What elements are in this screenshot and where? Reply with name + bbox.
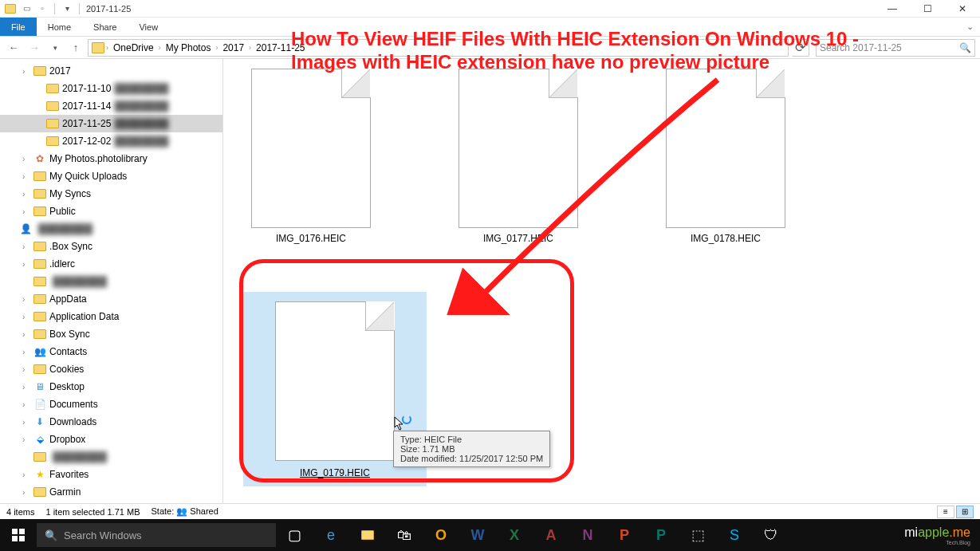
tree-node[interactable]: 2017-11-25 ████████ xyxy=(0,115,222,132)
word-icon[interactable]: W xyxy=(459,519,496,551)
breadcrumb-item[interactable]: 2017 xyxy=(219,42,247,53)
svg-rect-2 xyxy=(12,536,18,541)
tooltip-size: Size: 1.71 MB xyxy=(400,444,543,454)
share-tab[interactable]: Share xyxy=(82,19,128,35)
tooltip-type: Type: HEIC File xyxy=(400,435,543,444)
tree-node[interactable]: 2017-11-10 ████████ xyxy=(0,80,222,97)
tree-node[interactable]: ›📄Documents xyxy=(0,396,222,413)
close-button[interactable]: ✕ xyxy=(945,0,980,18)
tree-node[interactable]: ›2017 xyxy=(0,62,222,80)
tree-node[interactable]: ›🖥Desktop xyxy=(0,378,222,396)
tree-node[interactable]: ›AppData xyxy=(0,290,222,308)
search-icon: 🔍 xyxy=(959,42,971,53)
outlook-icon[interactable]: O xyxy=(423,519,459,551)
details-view-button[interactable]: ≡ xyxy=(937,506,954,518)
new-folder-icon[interactable]: ▫ xyxy=(37,3,48,14)
tree-node[interactable]: 👤 ████████ xyxy=(0,220,222,238)
forward-button[interactable]: → xyxy=(26,39,43,57)
edge-icon[interactable]: e xyxy=(313,519,349,551)
expand-ribbon-icon[interactable]: ⌄ xyxy=(966,22,980,32)
security-icon[interactable]: 🛡 xyxy=(753,519,789,551)
selection-info: 1 item selected 1.71 MB xyxy=(45,507,140,517)
thumbnails-view-button[interactable]: ⊞ xyxy=(956,506,974,518)
tree-node[interactable]: ›My Quick Uploads xyxy=(0,167,222,185)
file-name: IMG_0177.HEIC xyxy=(483,233,553,244)
tree-node[interactable]: ›⬙Dropbox xyxy=(0,431,222,448)
file-item[interactable]: IMG_0178.HEIC xyxy=(654,69,797,244)
state-label: State: xyxy=(151,506,174,516)
search-input[interactable]: Search 2017-11-25 🔍 xyxy=(816,39,975,57)
access-icon[interactable]: A xyxy=(533,519,569,551)
refresh-button[interactable]: ⟳ xyxy=(792,39,809,57)
breadcrumb-item[interactable]: OneDrive xyxy=(110,42,157,53)
tree-node[interactable]: ›My Syncs xyxy=(0,185,222,203)
publisher-icon[interactable]: P xyxy=(643,519,679,551)
powerpoint-icon[interactable]: P xyxy=(606,519,643,551)
item-count: 4 items xyxy=(6,507,34,517)
file-name: IMG_0176.HEIC xyxy=(276,233,346,244)
watermark: miapple.me Tech.Blog xyxy=(904,525,980,545)
tree-node[interactable]: ›Garmin xyxy=(0,483,222,501)
minimize-button[interactable]: — xyxy=(875,0,910,18)
file-content-area[interactable]: IMG_0176.HEICIMG_0177.HEICIMG_0178.HEICI… xyxy=(223,59,980,503)
file-tab[interactable]: File xyxy=(0,18,37,36)
navigation-tree[interactable]: ›20172017-11-10 ████████2017-11-14 █████… xyxy=(0,59,223,503)
store-icon[interactable]: 🛍 xyxy=(386,519,423,551)
tree-node[interactable]: ›.idlerc xyxy=(0,255,222,273)
tree-node[interactable]: ████████ xyxy=(0,273,222,290)
app-icon[interactable]: ⬚ xyxy=(679,519,716,551)
dropdown-icon[interactable]: ▾ xyxy=(61,3,73,14)
tree-node[interactable]: ›Cookies xyxy=(0,360,222,378)
properties-icon[interactable]: ▭ xyxy=(21,3,32,14)
tree-node[interactable]: ›Application Data xyxy=(0,308,222,325)
svg-rect-3 xyxy=(19,536,25,541)
file-item[interactable]: IMG_0176.HEIC xyxy=(239,69,383,244)
state-value: Shared xyxy=(190,506,218,516)
tree-node[interactable]: ████████ xyxy=(0,448,222,466)
excel-icon[interactable]: X xyxy=(496,519,533,551)
breadcrumb-item[interactable]: 2017-11-25 xyxy=(253,42,308,53)
taskbar-search[interactable]: 🔍 Search Windows xyxy=(37,523,276,547)
folder-icon xyxy=(5,3,16,14)
status-bar: 4 items 1 item selected 1.71 MB State: 👥… xyxy=(0,503,980,519)
search-placeholder: Search 2017-11-25 xyxy=(820,42,902,53)
ribbon-tabs: File Home Share View ⌄ xyxy=(0,18,980,37)
tree-node[interactable]: ›★Favorites xyxy=(0,466,222,483)
window-title: 2017-11-25 xyxy=(86,4,131,14)
svg-rect-1 xyxy=(19,529,25,534)
home-tab[interactable]: Home xyxy=(37,19,82,35)
recent-dropdown[interactable]: ▾ xyxy=(46,39,64,57)
file-item[interactable]: IMG_0177.HEIC xyxy=(447,69,590,244)
onenote-icon[interactable]: N xyxy=(569,519,606,551)
tree-node[interactable]: 2017-12-02 ████████ xyxy=(0,132,222,150)
taskbar-search-placeholder: Search Windows xyxy=(64,529,142,541)
tree-node[interactable]: ›Public xyxy=(0,203,222,220)
view-tab[interactable]: View xyxy=(128,19,169,35)
tree-node[interactable]: 2017-11-14 ████████ xyxy=(0,97,222,115)
svg-rect-0 xyxy=(12,529,18,534)
tree-node[interactable]: ›.Box Sync xyxy=(0,238,222,255)
back-button[interactable]: ← xyxy=(5,39,22,57)
skype-icon[interactable]: S xyxy=(716,519,753,551)
breadcrumb[interactable]: › OneDrive› My Photos› 2017› 2017-11-25 xyxy=(88,39,789,57)
maximize-button[interactable]: ☐ xyxy=(910,0,945,18)
start-button[interactable] xyxy=(0,519,37,551)
tree-node[interactable]: ›⬇Downloads xyxy=(0,413,222,431)
address-bar: ← → ▾ ↑ › OneDrive› My Photos› 2017› 201… xyxy=(0,37,980,59)
up-button[interactable]: ↑ xyxy=(67,39,85,57)
file-name: IMG_0179.HEIC xyxy=(275,466,395,480)
tree-node[interactable]: ›Box Sync xyxy=(0,325,222,343)
tree-node[interactable]: ›✿My Photos.photolibrary xyxy=(0,150,222,167)
window-titlebar: ▭ ▫ ▾ 2017-11-25 — ☐ ✕ xyxy=(0,0,980,18)
file-name: IMG_0178.HEIC xyxy=(691,233,761,244)
task-view-button[interactable]: ▢ xyxy=(276,519,313,551)
folder-icon xyxy=(92,42,104,53)
breadcrumb-item[interactable]: My Photos xyxy=(163,42,214,53)
tooltip-modified: Date modified: 11/25/2017 12:50 PM xyxy=(400,454,543,463)
search-icon: 🔍 xyxy=(45,529,57,541)
taskbar: 🔍 Search Windows ▢ e 🛍 O W X A N P P ⬚ S… xyxy=(0,519,980,551)
tree-node[interactable]: ›👥Contacts xyxy=(0,343,222,360)
explorer-icon[interactable] xyxy=(349,519,386,551)
file-tooltip: Type: HEIC File Size: 1.71 MB Date modif… xyxy=(393,431,550,467)
